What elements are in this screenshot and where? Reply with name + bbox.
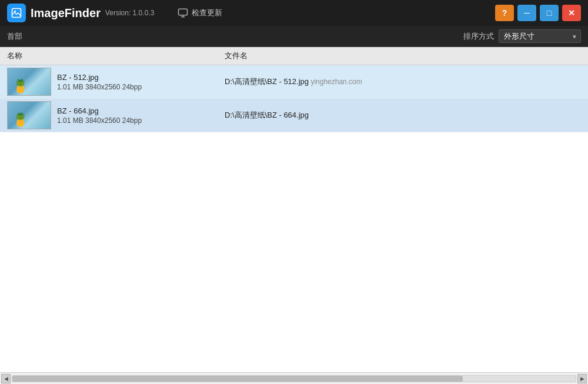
main-content: 名称 文件名 BZ - 512.jpg1.01 MB 3840x2560 24b… [0,47,588,372]
back-label: 首部 [7,31,22,42]
minimize-icon: ─ [524,8,530,18]
maximize-button[interactable]: □ [540,5,559,21]
window-controls: ? ─ □ ✕ [495,5,581,21]
file-name-column: BZ - 664.jpg1.01 MB 3840x2560 24bpp [7,101,225,129]
back-button[interactable]: 首部 [7,31,22,42]
close-icon: ✕ [568,8,575,18]
check-update-label: 检查更新 [192,8,222,18]
column-header-filename: 文件名 [225,51,581,61]
table-row[interactable]: BZ - 512.jpg1.01 MB 3840x2560 24bppD:\高清… [0,65,588,99]
minimize-button[interactable]: ─ [517,5,536,21]
titlebar: ImageFinder Version: 1.0.0.3 检查更新 ? ─ □ … [0,0,588,26]
file-name-column: BZ - 512.jpg1.01 MB 3840x2560 24bpp [7,68,225,96]
scrollbar-thumb[interactable] [12,376,463,382]
svg-rect-2 [179,9,188,15]
sort-label: 排序方式 [463,31,494,42]
close-button[interactable]: ✕ [562,5,581,21]
file-path-column: D:\高清壁纸\BZ - 512.jpg yinghezhan.com [225,76,581,87]
file-path-column: D:\高清壁纸\BZ - 664.jpg [225,110,581,121]
horizontal-scrollbar: ◀ ▶ [0,372,588,384]
file-meta-text: 1.01 MB 3840x2560 24bpp [57,83,142,91]
sort-select-wrapper[interactable]: 外形尺寸文件大小文件名修改时间 [499,29,581,43]
check-update-button[interactable]: 检查更新 [178,8,222,18]
file-name-text: BZ - 664.jpg [57,106,142,115]
scroll-right-button[interactable]: ▶ [577,374,587,383]
maximize-icon: □ [547,8,552,18]
file-thumbnail [7,68,51,96]
help-button[interactable]: ? [495,5,514,21]
svg-rect-0 [12,9,21,18]
monitor-icon [178,8,188,18]
toolbar: 首部 排序方式 外形尺寸文件大小文件名修改时间 [0,26,588,47]
app-title: ImageFinder [31,6,101,20]
column-header-name: 名称 [7,51,225,61]
table-header: 名称 文件名 [0,47,588,65]
help-icon: ? [502,8,507,18]
file-meta-text: 1.01 MB 3840x2560 24bpp [57,116,142,125]
file-name-text: BZ - 512.jpg [57,73,142,82]
watermark-text: yinghezhan.com [309,78,362,86]
scrollbar-track[interactable] [12,375,576,382]
app-logo [7,4,26,22]
sort-select[interactable]: 外形尺寸文件大小文件名修改时间 [499,29,581,43]
file-thumbnail [7,101,51,129]
table-row[interactable]: BZ - 664.jpg1.01 MB 3840x2560 24bppD:\高清… [0,99,588,132]
scroll-left-button[interactable]: ◀ [1,374,11,383]
file-list: BZ - 512.jpg1.01 MB 3840x2560 24bppD:\高清… [0,65,588,372]
app-version: Version: 1.0.0.3 [105,9,154,17]
